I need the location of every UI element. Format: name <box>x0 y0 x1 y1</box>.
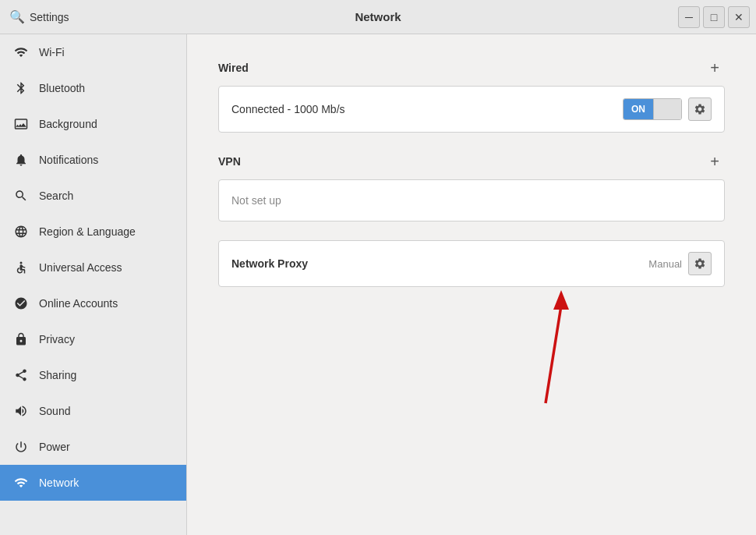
sidebar-label-sharing: Sharing <box>39 369 76 381</box>
titlebar-search-area: 🔍 Settings <box>0 9 187 24</box>
wired-section: Wired + Connected - 1000 Mb/s ON <box>218 58 725 133</box>
vpn-card: Not set up <box>218 179 725 221</box>
proxy-section: Network Proxy Manual <box>218 240 725 287</box>
sidebar-item-sharing[interactable]: Sharing <box>0 357 186 393</box>
background-icon <box>12 115 30 133</box>
titlebar-app-name: Settings <box>30 11 69 23</box>
svg-line-1 <box>546 306 561 403</box>
wired-card: Connected - 1000 Mb/s ON <box>218 86 725 133</box>
sidebar-label-online-accounts: Online Accounts <box>39 297 118 310</box>
vpn-section: VPN + Not set up <box>218 151 725 221</box>
sidebar-item-sound[interactable]: Sound <box>0 393 186 429</box>
vpn-not-set-up: Not set up <box>231 194 712 207</box>
sidebar-label-privacy: Privacy <box>39 333 75 345</box>
search-icon <box>12 187 30 204</box>
main-layout: Wi-Fi Bluetooth Background <box>0 34 756 535</box>
vpn-add-button[interactable]: + <box>705 151 725 172</box>
proxy-card: Network Proxy Manual <box>218 240 725 287</box>
universal-access-icon <box>12 259 30 276</box>
red-arrow-svg <box>499 282 592 407</box>
wired-toggle[interactable]: ON <box>623 98 682 120</box>
toggle-off-area <box>653 99 681 119</box>
proxy-title: Network Proxy <box>231 257 648 270</box>
titlebar: 🔍 Settings Network ─ □ ✕ <box>0 0 756 34</box>
svg-point-0 <box>20 262 23 264</box>
sidebar-item-search[interactable]: Search <box>0 178 186 214</box>
vpn-section-title: VPN <box>218 155 241 168</box>
sidebar-item-universal-access[interactable]: Universal Access <box>0 250 186 285</box>
sidebar-label-power: Power <box>39 441 70 453</box>
region-icon <box>12 223 30 240</box>
sidebar: Wi-Fi Bluetooth Background <box>0 34 187 535</box>
sidebar-label-network: Network <box>39 477 79 489</box>
close-button[interactable]: ✕ <box>728 6 750 28</box>
sidebar-label-wifi: Wi-Fi <box>39 46 65 58</box>
sidebar-item-privacy[interactable]: Privacy <box>0 321 186 357</box>
window-controls: ─ □ ✕ <box>678 6 756 28</box>
online-accounts-icon <box>12 295 30 312</box>
sidebar-item-network[interactable]: Network <box>0 465 186 501</box>
wired-connection-status: Connected - 1000 Mb/s <box>231 103 623 115</box>
toggle-on-label: ON <box>624 99 653 119</box>
network-icon <box>12 474 30 491</box>
proxy-manual-label: Manual <box>648 258 682 270</box>
wired-section-title: Wired <box>218 62 249 74</box>
sharing-icon <box>12 367 30 384</box>
vpn-section-header: VPN + <box>218 151 725 172</box>
power-icon <box>12 438 30 455</box>
minimize-button[interactable]: ─ <box>678 6 700 28</box>
wired-add-button[interactable]: + <box>705 58 725 78</box>
sidebar-label-notifications: Notifications <box>39 154 98 166</box>
sidebar-label-search: Search <box>39 190 73 202</box>
window-title: Network <box>355 10 401 23</box>
wifi-icon <box>12 44 30 61</box>
sidebar-item-online-accounts[interactable]: Online Accounts <box>0 285 186 321</box>
wired-section-header: Wired + <box>218 58 725 78</box>
sidebar-item-notifications[interactable]: Notifications <box>0 142 186 178</box>
notifications-icon <box>12 151 30 168</box>
sidebar-item-region[interactable]: Region & Language <box>0 214 186 250</box>
sidebar-item-bluetooth[interactable]: Bluetooth <box>0 70 186 106</box>
sidebar-label-bluetooth: Bluetooth <box>39 82 85 94</box>
sidebar-label-region: Region & Language <box>39 225 136 238</box>
arrow-annotation: 🖱 <box>218 298 725 423</box>
sound-icon <box>12 402 30 420</box>
proxy-gear-button[interactable] <box>688 252 712 275</box>
vpn-row: Not set up <box>219 180 724 221</box>
sidebar-label-sound: Sound <box>39 405 70 417</box>
maximize-button[interactable]: □ <box>703 6 725 28</box>
titlebar-search-icon: 🔍 <box>9 9 25 24</box>
svg-marker-2 <box>553 290 569 310</box>
sidebar-label-universal-access: Universal Access <box>39 261 122 274</box>
wired-gear-button[interactable] <box>688 97 712 121</box>
sidebar-label-background: Background <box>39 118 97 130</box>
bluetooth-icon <box>12 80 30 97</box>
wired-connection-row: Connected - 1000 Mb/s ON <box>219 87 724 132</box>
privacy-icon <box>12 331 30 348</box>
proxy-row: Network Proxy Manual <box>219 241 724 286</box>
sidebar-item-power[interactable]: Power <box>0 429 186 465</box>
sidebar-item-wifi[interactable]: Wi-Fi <box>0 34 186 70</box>
content-area: Wired + Connected - 1000 Mb/s ON <box>187 34 756 535</box>
sidebar-item-background[interactable]: Background <box>0 106 186 142</box>
